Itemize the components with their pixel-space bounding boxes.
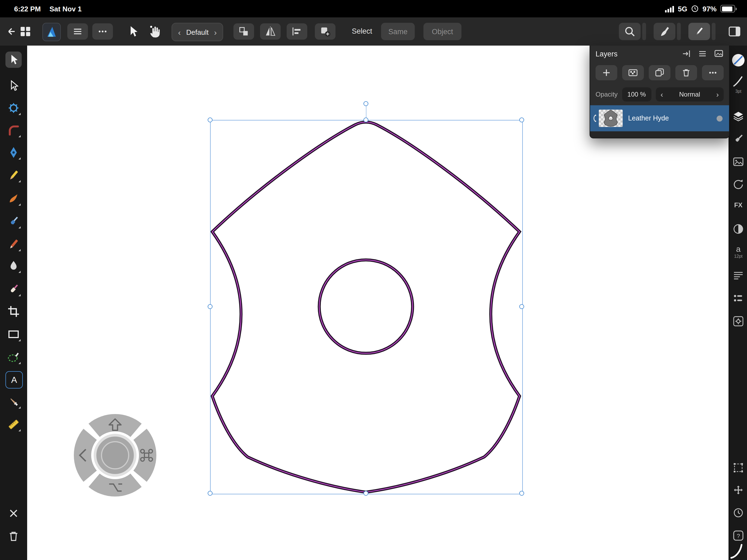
status-bar: 6:22 PM Sat Nov 1 5G 97% — [0, 0, 747, 17]
chevron-right-icon[interactable]: › — [214, 27, 216, 37]
color-picker-tool[interactable] — [5, 393, 22, 410]
gallery-button[interactable] — [8, 26, 32, 37]
transform-panel-button[interactable] — [729, 462, 747, 474]
rotation-handle[interactable] — [363, 101, 368, 106]
dpad-center[interactable] — [95, 435, 135, 475]
touch-pen-options-button[interactable] — [677, 23, 681, 40]
handle-bottom-center[interactable] — [363, 491, 368, 496]
magnifier-icon — [624, 26, 636, 37]
paragraph-studio-button[interactable] — [729, 270, 747, 282]
collapse-panel-button[interactable] — [681, 49, 691, 59]
history-studio-button[interactable] — [729, 507, 747, 519]
dpad-left-button[interactable] — [74, 429, 97, 482]
stroke-swatch-icon — [731, 53, 745, 67]
text-studio-button[interactable]: a 12pt — [729, 245, 747, 259]
rectangle-tool[interactable] — [5, 326, 22, 342]
paint-brush-tool[interactable] — [5, 213, 22, 230]
settings-studio-button[interactable] — [729, 315, 747, 327]
blend-mode-control[interactable]: ‹ Normal › — [655, 87, 724, 102]
text-tool[interactable]: A — [5, 371, 23, 389]
more-layer-options-button[interactable] — [702, 65, 724, 80]
dpad-down-button[interactable] — [88, 474, 142, 497]
pen-nib-icon — [7, 146, 20, 159]
move-arrows-icon — [732, 485, 744, 497]
navigator-button[interactable] — [729, 485, 747, 497]
rotate-studio-button[interactable] — [729, 179, 747, 190]
insert-target-button[interactable] — [315, 23, 335, 39]
opacity-value-field[interactable]: 100 % — [622, 87, 651, 102]
mask-layer-button[interactable] — [622, 65, 644, 80]
delete-layer-button[interactable] — [675, 65, 697, 80]
brushes-studio-button[interactable] — [729, 133, 747, 145]
pencil-options-button[interactable] — [712, 23, 716, 40]
preset-selector[interactable]: ‹ Default › — [172, 23, 223, 41]
pencil-settings-button[interactable] — [688, 23, 710, 40]
appearance-studio-button[interactable] — [729, 292, 747, 304]
fx-studio-button[interactable]: FX — [729, 201, 747, 209]
handle-mid-right[interactable] — [519, 304, 524, 309]
transform-duplicate-button[interactable] — [233, 23, 254, 39]
pen-tool[interactable] — [5, 144, 22, 161]
zoom-options-button[interactable] — [642, 23, 646, 40]
gesture-mode-button[interactable] — [148, 24, 163, 39]
layer-visibility-toggle[interactable] — [717, 115, 723, 121]
align-button[interactable] — [287, 23, 307, 39]
handle-top-left[interactable] — [208, 117, 212, 123]
pixel-pencil-tool[interactable] — [5, 236, 22, 252]
selection-brush-tool[interactable] — [5, 349, 22, 365]
delete-button[interactable] — [5, 528, 22, 544]
stroke-width-button[interactable]: 3pt — [729, 75, 747, 94]
affinity-designer-logo-icon — [45, 25, 59, 39]
contour-tool[interactable] — [5, 100, 22, 116]
media-studio-button[interactable] — [729, 156, 747, 168]
touch-pen-button[interactable] — [654, 23, 675, 40]
thumbnails-button[interactable] — [714, 49, 724, 59]
eyedropper-icon — [7, 395, 20, 408]
layer-thumbnail[interactable] — [599, 110, 623, 127]
zoom-button[interactable] — [619, 23, 641, 40]
pencil-tool[interactable] — [5, 167, 22, 183]
erase-brush-tool[interactable] — [5, 281, 22, 297]
corner-tool[interactable] — [5, 122, 22, 138]
layers-panel: Layers — [590, 46, 730, 138]
select-object-button[interactable]: Object — [423, 23, 461, 40]
layers-title: Layers — [595, 50, 675, 58]
select-same-button[interactable]: Same — [381, 23, 415, 40]
handle-mid-left[interactable] — [208, 304, 212, 309]
handle-bottom-right[interactable] — [519, 491, 524, 496]
contrast-circle-icon — [732, 223, 744, 235]
studio-sidebar: 3pt — [728, 46, 747, 560]
pointer-mode-button[interactable] — [126, 24, 140, 38]
layer-row[interactable]: Leather Hyde — [590, 105, 729, 131]
close-button[interactable] — [5, 505, 22, 522]
list-view-button[interactable] — [698, 49, 707, 59]
flood-fill-tool[interactable] — [5, 258, 22, 274]
handle-top-center[interactable] — [363, 117, 368, 123]
crop-tool[interactable] — [5, 303, 22, 320]
more-options-button[interactable] — [92, 23, 113, 39]
layers-studio-button[interactable] — [729, 110, 747, 122]
studio-toggle-button[interactable] — [727, 24, 742, 38]
stroke-color-well[interactable] — [729, 53, 747, 67]
help-button[interactable]: ? — [729, 530, 747, 541]
chevron-left-icon[interactable]: ‹ — [178, 27, 181, 37]
handle-top-right[interactable] — [519, 117, 524, 123]
node-tool[interactable] — [5, 78, 22, 94]
blend-prev-button[interactable]: ‹ — [661, 90, 663, 99]
color-studio-button[interactable] — [729, 223, 747, 235]
add-layer-button[interactable] — [595, 65, 617, 80]
menu-button[interactable] — [67, 23, 88, 39]
blend-next-button[interactable]: › — [716, 90, 719, 99]
select-label: Select — [352, 17, 372, 46]
corner-icon — [7, 124, 20, 137]
vector-brush-tool[interactable] — [5, 190, 22, 207]
app-menu-button[interactable] — [42, 23, 61, 41]
dpad-up-button[interactable] — [88, 414, 142, 437]
move-tool[interactable] — [5, 52, 22, 68]
flip-horizontal-button[interactable] — [260, 23, 281, 39]
tool-flyout-indicator — [19, 180, 21, 182]
nav-dpad[interactable] — [72, 412, 158, 499]
measure-tool[interactable] — [5, 416, 22, 432]
handle-bottom-left[interactable] — [208, 491, 212, 496]
duplicate-layer-button[interactable] — [649, 65, 670, 80]
